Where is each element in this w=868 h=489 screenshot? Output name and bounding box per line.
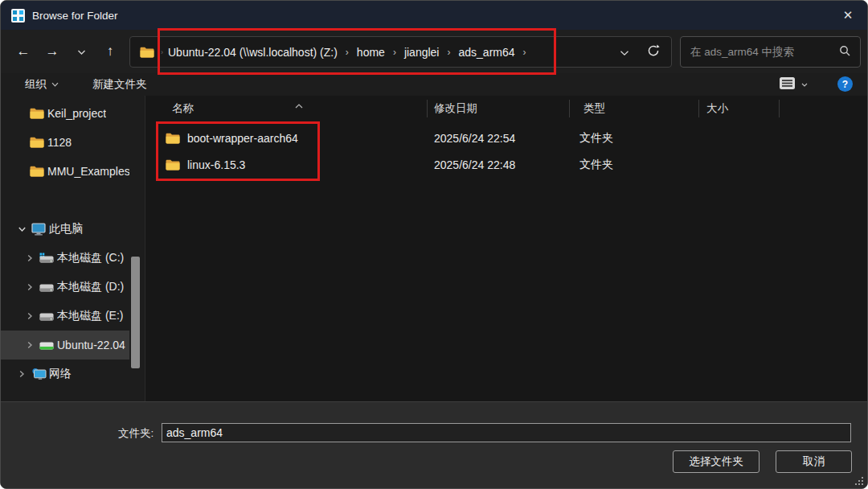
search-placeholder: 在 ads_arm64 中搜索 <box>690 45 839 60</box>
address-bar[interactable]: › Ubuntu-22.04 (\\wsl.localhost) (Z:)›ho… <box>129 36 672 68</box>
sidebar-item-label: 此电脑 <box>49 222 83 236</box>
sidebar-item-keil_project[interactable]: Keil_project <box>1 99 129 128</box>
file-list: 名称修改日期类型大小 boot-wrapper-aarch642025/6/24… <box>145 96 867 403</box>
toolbar: 组织 新建文件夹 ? <box>1 73 867 96</box>
chevron-right-icon[interactable] <box>12 370 31 378</box>
column-header-2[interactable]: 类型 <box>570 100 699 117</box>
sidebar-item-label: 1128 <box>47 136 72 149</box>
resize-grip[interactable] <box>855 477 863 485</box>
sidebar-item-mmu_examples[interactable]: MMU_Examples <box>1 157 129 186</box>
sidebar-item-label: 本地磁盘 (C:) <box>57 251 124 265</box>
address-dropdown-chevron-icon[interactable] <box>620 45 629 60</box>
sidebar-spacer <box>1 186 145 215</box>
sidebar-scrollbar[interactable] <box>131 257 140 368</box>
breadcrumb-separator-icon[interactable]: › <box>339 47 355 58</box>
file-name: boot-wrapper-aarch64 <box>187 132 298 145</box>
search-box[interactable]: 在 ads_arm64 中搜索 <box>680 36 861 68</box>
file-date: 2025/6/24 22:48 <box>428 158 570 171</box>
disk-icon <box>39 282 57 293</box>
breadcrumb-segment[interactable]: home <box>355 46 387 59</box>
sidebar: Keil_project1128MMU_Examples此电脑本地磁盘 (C:)… <box>1 96 145 403</box>
disk-ubuntu-icon <box>39 340 57 351</box>
forward-button[interactable]: → <box>38 37 67 66</box>
view-options-button[interactable] <box>779 73 808 96</box>
new-folder-button[interactable]: 新建文件夹 <box>92 77 147 92</box>
close-icon[interactable]: ✕ <box>829 1 867 30</box>
sidebar-item--[interactable]: 网络 <box>1 360 129 388</box>
sidebar-item--c-[interactable]: 本地磁盘 (C:) <box>1 244 129 273</box>
chevron-right-icon[interactable] <box>20 283 39 291</box>
cancel-button[interactable]: 取消 <box>776 450 852 473</box>
folder-name-input[interactable] <box>162 423 851 442</box>
network-icon <box>31 368 49 380</box>
folder-icon <box>166 159 180 171</box>
app-icon <box>11 9 25 23</box>
sidebar-item--e-[interactable]: 本地磁盘 (E:) <box>1 302 129 331</box>
breadcrumb-separator-icon[interactable]: › <box>440 47 457 58</box>
sidebar-item-label: 本地磁盘 (E:) <box>57 309 123 323</box>
breadcrumb-separator-icon[interactable]: › <box>517 47 533 58</box>
breadcrumb-separator-icon[interactable]: › <box>387 47 403 58</box>
file-date: 2025/6/24 22:54 <box>428 132 570 145</box>
select-folder-button[interactable]: 选择文件夹 <box>673 450 760 473</box>
back-button[interactable]: ← <box>9 37 38 66</box>
folder-icon <box>140 47 154 58</box>
organize-button[interactable]: 组织 <box>25 77 59 92</box>
sidebar-item-label: 本地磁盘 (D:) <box>57 280 124 294</box>
column-headers: 名称修改日期类型大小 <box>145 96 867 121</box>
footer: 文件夹: 选择文件夹 取消 <box>1 401 867 488</box>
breadcrumb-segment[interactable]: jianglei <box>403 46 441 59</box>
sidebar-item-label: MMU_Examples <box>47 165 129 178</box>
help-icon[interactable]: ? <box>837 76 853 92</box>
breadcrumb-segment[interactable]: Ubuntu-22.04 (\\wsl.localhost) (Z:) <box>166 46 339 59</box>
sidebar-item--d-[interactable]: 本地磁盘 (D:) <box>1 273 129 302</box>
column-header-1[interactable]: 修改日期 <box>428 100 570 117</box>
recent-locations-chevron-icon[interactable] <box>67 37 96 66</box>
search-icon <box>839 45 850 60</box>
chevron-right-icon[interactable] <box>20 341 39 349</box>
file-name: linux-6.15.3 <box>187 158 245 171</box>
table-row[interactable]: boot-wrapper-aarch642025/6/24 22:54文件夹 <box>145 125 867 151</box>
chevron-down-icon[interactable] <box>12 225 31 233</box>
list-view-icon <box>779 76 796 92</box>
file-type: 文件夹 <box>570 131 699 146</box>
navigation-bar: ← → ↑ › Ubuntu-22.04 (\\wsl.localhost) (… <box>1 30 867 73</box>
up-button[interactable]: ↑ <box>96 37 125 66</box>
breadcrumb-segment[interactable]: ads_arm64 <box>457 46 516 59</box>
breadcrumb: Ubuntu-22.04 (\\wsl.localhost) (Z:)›home… <box>166 46 533 59</box>
folder-icon <box>30 108 47 119</box>
title-bar: Browse for Folder ✕ <box>1 1 867 30</box>
new-folder-label: 新建文件夹 <box>92 77 147 92</box>
refresh-icon[interactable] <box>647 44 660 60</box>
chevron-down-icon <box>801 83 808 87</box>
column-header-3[interactable]: 大小 <box>699 100 780 117</box>
main-area: Keil_project1128MMU_Examples此电脑本地磁盘 (C:)… <box>1 96 867 403</box>
sort-ascending-icon[interactable] <box>295 97 303 112</box>
folder-icon <box>30 166 47 177</box>
chevron-right-icon[interactable] <box>20 312 39 320</box>
table-row[interactable]: linux-6.15.32025/6/24 22:48文件夹 <box>145 151 867 178</box>
browse-for-folder-dialog: Browse for Folder ✕ ← → ↑ › Ubuntu-22.04… <box>0 0 868 489</box>
column-header-0[interactable]: 名称 <box>145 100 428 117</box>
sidebar-item-label: Ubuntu-22.04 <box>57 339 125 351</box>
pc-icon <box>31 223 49 236</box>
sidebar-item-ubuntu-22-04[interactable]: Ubuntu-22.04 <box>1 331 129 360</box>
disk-win-icon <box>39 253 57 264</box>
disk-icon <box>39 311 57 322</box>
address-chevron-icon: › <box>161 48 163 56</box>
organize-label: 组织 <box>25 77 47 92</box>
folder-name-label: 文件夹: <box>118 424 154 442</box>
sidebar-item--[interactable]: 此电脑 <box>1 215 129 244</box>
sidebar-item-1128[interactable]: 1128 <box>1 128 129 157</box>
folder-icon <box>30 137 47 148</box>
window-title: Browse for Folder <box>32 10 118 22</box>
folder-icon <box>166 133 180 144</box>
file-type: 文件夹 <box>570 158 699 172</box>
chevron-right-icon[interactable] <box>20 254 39 262</box>
chevron-down-icon <box>51 82 59 87</box>
sidebar-item-label: 网络 <box>49 367 72 381</box>
sidebar-item-label: Keil_project <box>47 107 106 120</box>
